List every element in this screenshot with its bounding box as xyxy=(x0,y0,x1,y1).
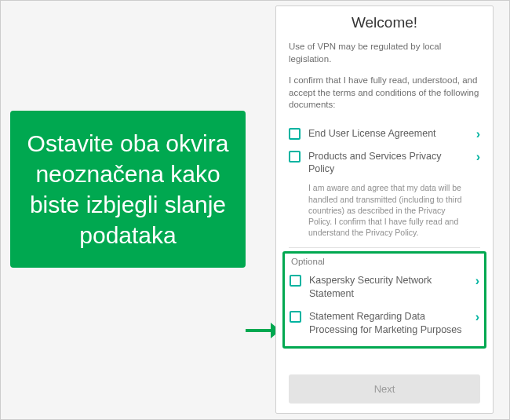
privacy-label: Products and Services Privacy Policy xyxy=(308,150,468,177)
privacy-note: I am aware and agree that my data will b… xyxy=(308,182,480,238)
eula-checkbox[interactable] xyxy=(289,128,301,140)
marketing-label: Statement Regarding Data Processing for … xyxy=(309,310,468,337)
chevron-right-icon[interactable]: › xyxy=(475,311,479,323)
chevron-right-icon[interactable]: › xyxy=(475,275,479,287)
callout-text: Ostavite oba okvira neoznačena kako bist… xyxy=(27,130,229,248)
optional-group-highlight: Optional Kaspersky Security Network Stat… xyxy=(282,251,486,349)
ksn-label: Kaspersky Security Network Statement xyxy=(309,274,468,301)
page-title: Welcome! xyxy=(289,14,480,31)
next-button[interactable]: Next xyxy=(289,374,480,404)
privacy-row[interactable]: Products and Services Privacy Policy › xyxy=(289,145,480,181)
confirm-intro: I confirm that I have fully read, unders… xyxy=(289,75,480,111)
optional-label: Optional xyxy=(291,257,479,266)
marketing-checkbox[interactable] xyxy=(290,311,301,323)
eula-label: End User License Agreement xyxy=(308,127,468,141)
vpn-notice: Use of VPN may be regulated by local leg… xyxy=(289,41,480,65)
divider xyxy=(289,247,480,248)
ksn-checkbox[interactable] xyxy=(290,275,301,287)
welcome-screen: Welcome! Use of VPN may be regulated by … xyxy=(275,5,494,414)
instruction-callout: Ostavite oba okvira neoznačena kako bist… xyxy=(10,111,246,268)
ksn-row[interactable]: Kaspersky Security Network Statement › xyxy=(290,269,479,305)
chevron-right-icon[interactable]: › xyxy=(476,151,480,163)
chevron-right-icon[interactable]: › xyxy=(476,128,480,141)
eula-row[interactable]: End User License Agreement › xyxy=(289,122,480,145)
marketing-row[interactable]: Statement Regarding Data Processing for … xyxy=(290,305,479,341)
privacy-checkbox[interactable] xyxy=(289,151,301,163)
